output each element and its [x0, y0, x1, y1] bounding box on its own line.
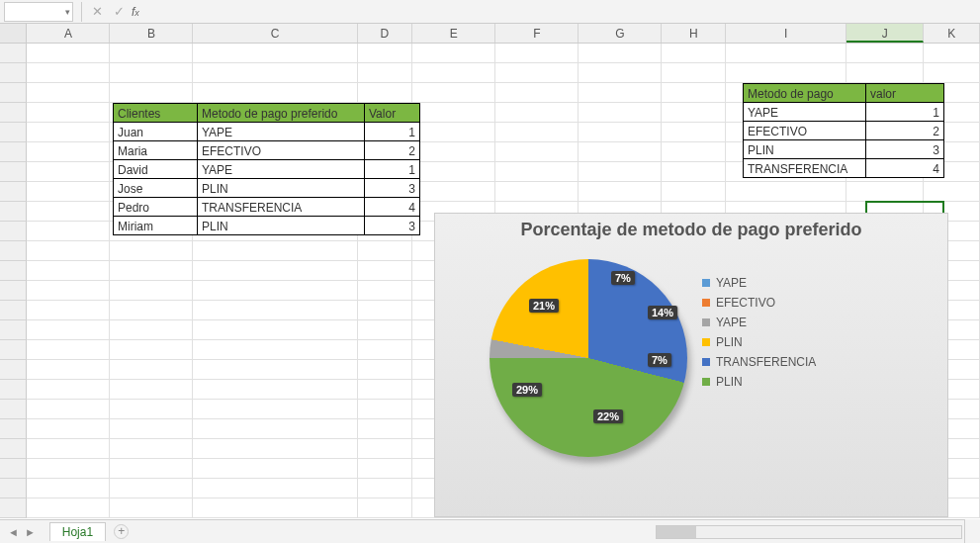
legend-item: PLIN — [702, 375, 816, 389]
pie-data-label: 14% — [648, 306, 677, 319]
row-header[interactable] — [0, 380, 27, 400]
table-header[interactable]: Clientes — [114, 104, 198, 123]
row-header[interactable] — [0, 103, 27, 123]
row-header[interactable] — [0, 459, 27, 479]
row-header[interactable] — [0, 44, 27, 63]
cancel-icon: ✕ — [86, 4, 108, 19]
row-header[interactable] — [0, 419, 27, 439]
tab-nav-prev-icon[interactable]: ◄ — [6, 526, 21, 538]
row-header[interactable] — [0, 340, 27, 360]
table-row[interactable]: PedroTRANSFERENCIA4 — [114, 198, 420, 217]
row-header[interactable] — [0, 123, 27, 142]
legend-item: YAPE — [702, 276, 816, 290]
tab-nav-next-icon[interactable]: ► — [23, 526, 38, 538]
row-header[interactable] — [0, 479, 27, 498]
table-header[interactable]: Valor — [365, 104, 420, 123]
col-header-H[interactable]: H — [662, 24, 726, 43]
row-header[interactable] — [0, 281, 27, 301]
row-header[interactable] — [0, 162, 27, 182]
row-header[interactable] — [0, 498, 27, 518]
col-header-A[interactable]: A — [27, 24, 110, 43]
pie-area: 7%14%7%22%29%21% — [475, 244, 702, 472]
table-row[interactable]: PLIN3 — [744, 140, 944, 159]
formula-input[interactable] — [145, 2, 980, 22]
table-header[interactable]: Metodo de pago — [744, 84, 866, 103]
row-header[interactable] — [0, 202, 27, 222]
pie-data-label: 7% — [648, 353, 671, 367]
table-row[interactable]: TRANSFERENCIA4 — [744, 159, 944, 178]
table-row[interactable]: MariaEFECTIVO2 — [114, 141, 420, 160]
table-row[interactable]: YAPE1 — [744, 103, 944, 122]
table-row[interactable]: EFECTIVO2 — [744, 122, 944, 140]
legend-item: PLIN — [702, 335, 816, 349]
col-header-D[interactable]: D — [358, 24, 413, 43]
row-header[interactable] — [0, 400, 27, 419]
column-headers: ABCDEFGHIJK — [0, 24, 980, 44]
pie-data-label: 21% — [529, 299, 559, 313]
col-header-C[interactable]: C — [193, 24, 357, 43]
chart-legend: YAPEEFECTIVOYAPEPLINTRANSFERENCIAPLIN — [702, 270, 816, 482]
table-clientes[interactable]: ClientesMetodo de pago preferidoValorJua… — [113, 103, 420, 235]
chart-pie[interactable]: Porcentaje de metodo de pago preferido 7… — [434, 213, 948, 517]
row-header[interactable] — [0, 142, 27, 162]
horizontal-scrollbar[interactable] — [656, 525, 962, 539]
enter-icon: ✓ — [108, 4, 130, 19]
select-all-corner[interactable] — [0, 24, 27, 43]
add-sheet-button[interactable]: + — [114, 524, 129, 539]
col-header-I[interactable]: I — [726, 24, 846, 43]
table-row[interactable]: JuanYAPE1 — [114, 123, 420, 141]
table-metodos[interactable]: Metodo de pagovalorYAPE1EFECTIVO2PLIN3TR… — [743, 83, 944, 178]
row-header[interactable] — [0, 360, 27, 380]
row-header[interactable] — [0, 301, 27, 320]
formula-bar: ▾ ✕ ✓ fx — [0, 0, 980, 24]
table-header[interactable]: valor — [866, 84, 944, 103]
chevron-down-icon[interactable]: ▾ — [65, 7, 70, 17]
legend-item: YAPE — [702, 316, 816, 329]
col-header-F[interactable]: F — [495, 24, 579, 43]
table-row[interactable]: JosePLIN3 — [114, 179, 420, 198]
sheet-tab-active[interactable]: Hoja1 — [49, 522, 106, 541]
pie-data-label: 7% — [611, 271, 635, 285]
row-header[interactable] — [0, 439, 27, 459]
col-header-E[interactable]: E — [412, 24, 495, 43]
chart-title: Porcentaje de metodo de pago preferido — [435, 214, 947, 240]
col-header-K[interactable]: K — [924, 24, 980, 43]
sheet-tab-bar: ◄ ► Hoja1 + — [0, 519, 980, 543]
legend-item: EFECTIVO — [702, 296, 816, 310]
row-header[interactable] — [0, 182, 27, 202]
fx-icon[interactable]: fx — [130, 5, 145, 19]
row-header[interactable] — [0, 222, 27, 241]
table-row[interactable]: DavidYAPE1 — [114, 160, 420, 179]
pie-data-label: 29% — [512, 383, 542, 397]
table-header[interactable]: Metodo de pago preferido — [198, 104, 365, 123]
table-row[interactable]: MiriamPLIN3 — [114, 217, 420, 235]
legend-item: TRANSFERENCIA — [702, 355, 816, 369]
row-header[interactable] — [0, 261, 27, 281]
tab-nav[interactable]: ◄ ► — [0, 526, 44, 538]
col-header-G[interactable]: G — [579, 24, 662, 43]
col-header-B[interactable]: B — [110, 24, 193, 43]
name-box[interactable]: ▾ — [4, 2, 73, 22]
row-header[interactable] — [0, 83, 27, 103]
col-header-J[interactable]: J — [846, 24, 924, 43]
row-header[interactable] — [0, 320, 27, 340]
pie-data-label: 22% — [593, 409, 623, 423]
row-header[interactable] — [0, 63, 27, 83]
row-header[interactable] — [0, 241, 27, 261]
